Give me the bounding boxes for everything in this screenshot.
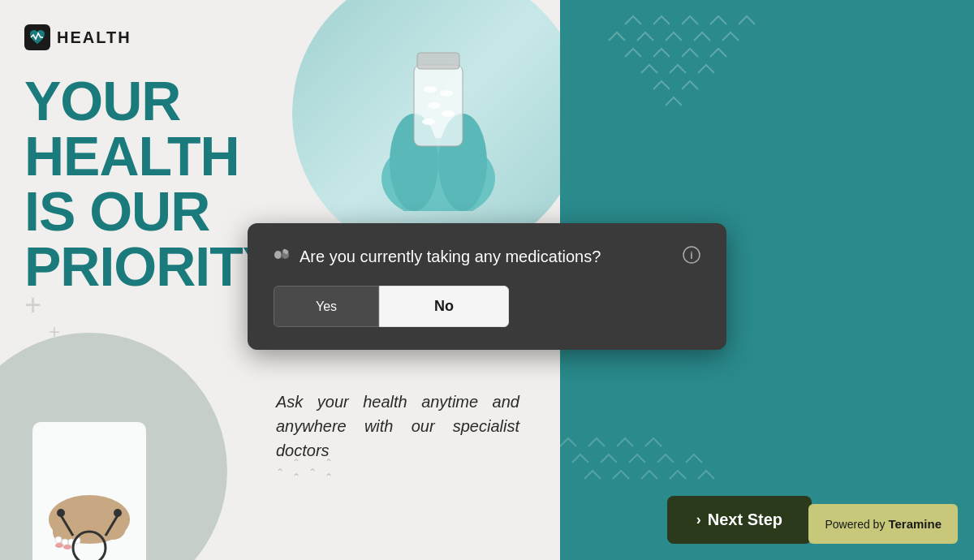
yes-button[interactable]: Yes [274, 286, 379, 327]
svg-point-14 [101, 515, 126, 540]
svg-text:i: i [690, 250, 692, 261]
powered-by-prefix: Powered by [825, 518, 885, 531]
next-arrow-icon: › [696, 511, 701, 528]
svg-point-25 [63, 545, 71, 549]
next-step-button[interactable]: › Next Step [667, 496, 812, 544]
right-panel-chevrons [560, 0, 974, 243]
info-icon[interactable]: i [683, 246, 700, 268]
svg-point-8 [428, 102, 441, 109]
svg-point-22 [57, 509, 65, 517]
svg-point-24 [55, 543, 63, 548]
powered-by-badge: Powered by Teramine [808, 504, 958, 544]
doctor-text-block: Ask your health anytime and anywhere wit… [276, 390, 519, 463]
dialog-question: Are you currently taking any medications… [300, 248, 601, 266]
logo: HEALTH [24, 24, 131, 50]
svg-point-10 [422, 118, 435, 125]
dialog-header: Are you currently taking any medications… [274, 246, 700, 268]
svg-point-6 [424, 86, 437, 93]
heartbeat-icon [24, 24, 50, 50]
dialog-buttons: Yes No [274, 286, 700, 327]
svg-point-15 [55, 536, 62, 543]
headline: YOUR HEALTH IS OUR PRIORITY [24, 73, 278, 294]
no-button[interactable]: No [379, 286, 509, 327]
svg-point-23 [114, 509, 122, 517]
dialog-title-group: Are you currently taking any medications… [274, 248, 601, 266]
doctor-image [0, 333, 227, 560]
medication-dialog: Are you currently taking any medications… [248, 223, 726, 350]
headline-line2: HEALTH [24, 128, 278, 183]
right-panel-bottom-chevrons [560, 333, 974, 495]
headline-line3: IS OUR [24, 183, 278, 239]
logo-text: HEALTH [57, 28, 131, 47]
doctor-hands-svg [0, 357, 179, 560]
doctor-text: Ask your health anytime and anywhere wit… [276, 390, 519, 463]
svg-rect-5 [417, 53, 459, 69]
headline-line4: PRIORITY [24, 239, 278, 294]
pills-icon [274, 248, 291, 266]
plus-decoration-2: + [49, 321, 60, 343]
svg-point-9 [442, 110, 455, 117]
headline-line1: YOUR [24, 73, 278, 128]
pill-bottle-image [292, 0, 560, 260]
svg-point-7 [440, 90, 453, 97]
svg-rect-26 [274, 251, 282, 259]
powered-by-brand: Teramine [888, 517, 942, 531]
next-step-label: Next Step [708, 510, 782, 529]
pill-bottle-svg [357, 16, 519, 211]
